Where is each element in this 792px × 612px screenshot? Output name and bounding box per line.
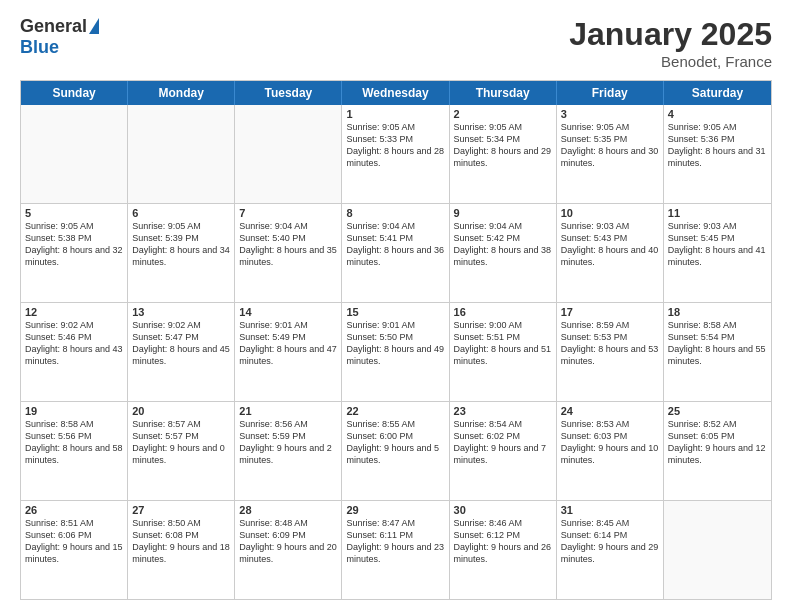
- calendar-cell: 18Sunrise: 8:58 AM Sunset: 5:54 PM Dayli…: [664, 303, 771, 401]
- day-number: 28: [239, 504, 337, 516]
- day-number: 6: [132, 207, 230, 219]
- weekday-header: Friday: [557, 81, 664, 105]
- day-number: 3: [561, 108, 659, 120]
- calendar-cell: [128, 105, 235, 203]
- logo-triangle-icon: [89, 18, 99, 34]
- day-number: 17: [561, 306, 659, 318]
- calendar-cell: 3Sunrise: 9:05 AM Sunset: 5:35 PM Daylig…: [557, 105, 664, 203]
- month-title: January 2025: [569, 16, 772, 53]
- weekday-header: Monday: [128, 81, 235, 105]
- calendar-cell: 21Sunrise: 8:56 AM Sunset: 5:59 PM Dayli…: [235, 402, 342, 500]
- cell-info: Sunrise: 8:46 AM Sunset: 6:12 PM Dayligh…: [454, 517, 552, 566]
- calendar-cell: 24Sunrise: 8:53 AM Sunset: 6:03 PM Dayli…: [557, 402, 664, 500]
- day-number: 30: [454, 504, 552, 516]
- calendar-cell: 5Sunrise: 9:05 AM Sunset: 5:38 PM Daylig…: [21, 204, 128, 302]
- calendar-cell: [235, 105, 342, 203]
- cell-info: Sunrise: 8:56 AM Sunset: 5:59 PM Dayligh…: [239, 418, 337, 467]
- cell-info: Sunrise: 8:45 AM Sunset: 6:14 PM Dayligh…: [561, 517, 659, 566]
- calendar-cell: 1Sunrise: 9:05 AM Sunset: 5:33 PM Daylig…: [342, 105, 449, 203]
- cell-info: Sunrise: 9:00 AM Sunset: 5:51 PM Dayligh…: [454, 319, 552, 368]
- cell-info: Sunrise: 9:05 AM Sunset: 5:34 PM Dayligh…: [454, 121, 552, 170]
- day-number: 2: [454, 108, 552, 120]
- day-number: 29: [346, 504, 444, 516]
- day-number: 27: [132, 504, 230, 516]
- cell-info: Sunrise: 9:04 AM Sunset: 5:42 PM Dayligh…: [454, 220, 552, 269]
- day-number: 11: [668, 207, 767, 219]
- cell-info: Sunrise: 9:02 AM Sunset: 5:47 PM Dayligh…: [132, 319, 230, 368]
- calendar-cell: 13Sunrise: 9:02 AM Sunset: 5:47 PM Dayli…: [128, 303, 235, 401]
- calendar-row: 12Sunrise: 9:02 AM Sunset: 5:46 PM Dayli…: [21, 302, 771, 401]
- calendar-cell: 14Sunrise: 9:01 AM Sunset: 5:49 PM Dayli…: [235, 303, 342, 401]
- calendar-cell: 20Sunrise: 8:57 AM Sunset: 5:57 PM Dayli…: [128, 402, 235, 500]
- cell-info: Sunrise: 8:58 AM Sunset: 5:56 PM Dayligh…: [25, 418, 123, 467]
- calendar-cell: 7Sunrise: 9:04 AM Sunset: 5:40 PM Daylig…: [235, 204, 342, 302]
- day-number: 12: [25, 306, 123, 318]
- cell-info: Sunrise: 9:02 AM Sunset: 5:46 PM Dayligh…: [25, 319, 123, 368]
- day-number: 24: [561, 405, 659, 417]
- calendar-cell: 10Sunrise: 9:03 AM Sunset: 5:43 PM Dayli…: [557, 204, 664, 302]
- calendar-row: 26Sunrise: 8:51 AM Sunset: 6:06 PM Dayli…: [21, 500, 771, 599]
- day-number: 15: [346, 306, 444, 318]
- day-number: 5: [25, 207, 123, 219]
- calendar-cell: 9Sunrise: 9:04 AM Sunset: 5:42 PM Daylig…: [450, 204, 557, 302]
- calendar-cell: 28Sunrise: 8:48 AM Sunset: 6:09 PM Dayli…: [235, 501, 342, 599]
- calendar-cell: 4Sunrise: 9:05 AM Sunset: 5:36 PM Daylig…: [664, 105, 771, 203]
- weekday-header: Sunday: [21, 81, 128, 105]
- calendar-cell: 2Sunrise: 9:05 AM Sunset: 5:34 PM Daylig…: [450, 105, 557, 203]
- day-number: 9: [454, 207, 552, 219]
- cell-info: Sunrise: 8:58 AM Sunset: 5:54 PM Dayligh…: [668, 319, 767, 368]
- cell-info: Sunrise: 9:01 AM Sunset: 5:50 PM Dayligh…: [346, 319, 444, 368]
- calendar-cell: 11Sunrise: 9:03 AM Sunset: 5:45 PM Dayli…: [664, 204, 771, 302]
- weekday-header: Tuesday: [235, 81, 342, 105]
- day-number: 7: [239, 207, 337, 219]
- cell-info: Sunrise: 9:05 AM Sunset: 5:39 PM Dayligh…: [132, 220, 230, 269]
- cell-info: Sunrise: 8:52 AM Sunset: 6:05 PM Dayligh…: [668, 418, 767, 467]
- day-number: 20: [132, 405, 230, 417]
- cell-info: Sunrise: 9:05 AM Sunset: 5:38 PM Dayligh…: [25, 220, 123, 269]
- calendar-cell: 6Sunrise: 9:05 AM Sunset: 5:39 PM Daylig…: [128, 204, 235, 302]
- calendar-cell: 22Sunrise: 8:55 AM Sunset: 6:00 PM Dayli…: [342, 402, 449, 500]
- day-number: 8: [346, 207, 444, 219]
- weekday-header: Thursday: [450, 81, 557, 105]
- day-number: 16: [454, 306, 552, 318]
- cell-info: Sunrise: 8:50 AM Sunset: 6:08 PM Dayligh…: [132, 517, 230, 566]
- calendar-row: 1Sunrise: 9:05 AM Sunset: 5:33 PM Daylig…: [21, 105, 771, 203]
- day-number: 1: [346, 108, 444, 120]
- calendar-cell: 15Sunrise: 9:01 AM Sunset: 5:50 PM Dayli…: [342, 303, 449, 401]
- cell-info: Sunrise: 9:04 AM Sunset: 5:41 PM Dayligh…: [346, 220, 444, 269]
- calendar-cell: 27Sunrise: 8:50 AM Sunset: 6:08 PM Dayli…: [128, 501, 235, 599]
- logo: General Blue: [20, 16, 99, 58]
- calendar-cell: 25Sunrise: 8:52 AM Sunset: 6:05 PM Dayli…: [664, 402, 771, 500]
- cell-info: Sunrise: 8:57 AM Sunset: 5:57 PM Dayligh…: [132, 418, 230, 467]
- cell-info: Sunrise: 8:48 AM Sunset: 6:09 PM Dayligh…: [239, 517, 337, 566]
- calendar: SundayMondayTuesdayWednesdayThursdayFrid…: [20, 80, 772, 600]
- logo-general: General: [20, 16, 87, 37]
- calendar-body: 1Sunrise: 9:05 AM Sunset: 5:33 PM Daylig…: [21, 105, 771, 599]
- calendar-cell: [664, 501, 771, 599]
- calendar-cell: 23Sunrise: 8:54 AM Sunset: 6:02 PM Dayli…: [450, 402, 557, 500]
- cell-info: Sunrise: 9:03 AM Sunset: 5:45 PM Dayligh…: [668, 220, 767, 269]
- logo-blue: Blue: [20, 37, 59, 58]
- cell-info: Sunrise: 8:55 AM Sunset: 6:00 PM Dayligh…: [346, 418, 444, 467]
- day-number: 10: [561, 207, 659, 219]
- cell-info: Sunrise: 9:03 AM Sunset: 5:43 PM Dayligh…: [561, 220, 659, 269]
- day-number: 14: [239, 306, 337, 318]
- calendar-cell: 16Sunrise: 9:00 AM Sunset: 5:51 PM Dayli…: [450, 303, 557, 401]
- calendar-cell: 31Sunrise: 8:45 AM Sunset: 6:14 PM Dayli…: [557, 501, 664, 599]
- calendar-cell: 12Sunrise: 9:02 AM Sunset: 5:46 PM Dayli…: [21, 303, 128, 401]
- day-number: 13: [132, 306, 230, 318]
- calendar-cell: 19Sunrise: 8:58 AM Sunset: 5:56 PM Dayli…: [21, 402, 128, 500]
- day-number: 26: [25, 504, 123, 516]
- cell-info: Sunrise: 8:59 AM Sunset: 5:53 PM Dayligh…: [561, 319, 659, 368]
- calendar-cell: 17Sunrise: 8:59 AM Sunset: 5:53 PM Dayli…: [557, 303, 664, 401]
- day-number: 31: [561, 504, 659, 516]
- cell-info: Sunrise: 9:05 AM Sunset: 5:36 PM Dayligh…: [668, 121, 767, 170]
- cell-info: Sunrise: 8:54 AM Sunset: 6:02 PM Dayligh…: [454, 418, 552, 467]
- day-number: 23: [454, 405, 552, 417]
- day-number: 22: [346, 405, 444, 417]
- day-number: 19: [25, 405, 123, 417]
- weekday-header: Saturday: [664, 81, 771, 105]
- calendar-cell: 8Sunrise: 9:04 AM Sunset: 5:41 PM Daylig…: [342, 204, 449, 302]
- calendar-cell: 30Sunrise: 8:46 AM Sunset: 6:12 PM Dayli…: [450, 501, 557, 599]
- cell-info: Sunrise: 8:47 AM Sunset: 6:11 PM Dayligh…: [346, 517, 444, 566]
